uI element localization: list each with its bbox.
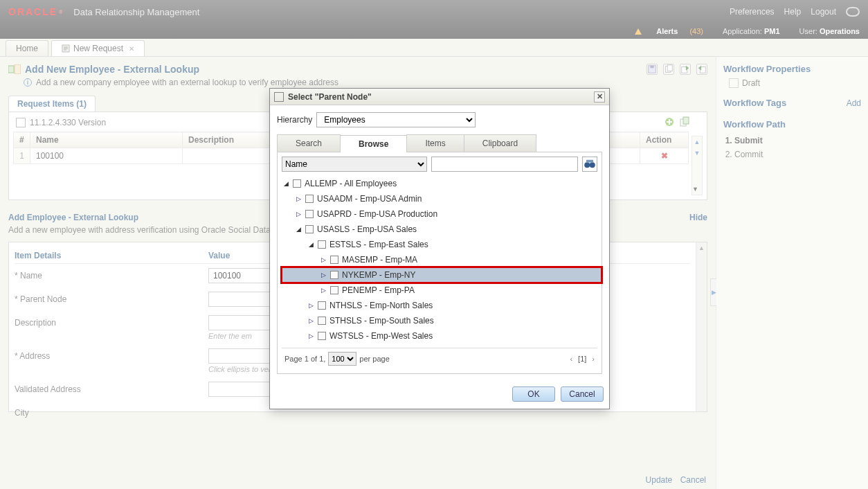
node-label: PENEMP - Emp-PA [342,283,415,297]
hierarchy-label: Hierarchy [277,115,312,125]
expand-icon[interactable]: ▷ [307,332,315,340]
node-label: ESTSLS - Emp-East Sales [329,238,428,251]
pager-size-select[interactable]: 100 [328,352,356,366]
node-label: USASLS - Emp-USA Sales [317,222,417,236]
browse-panel: Name ◢ALLEMP - All Employees▷USAADM - Em… [277,152,602,374]
node-icon [305,210,314,218]
pager: Page 1 of 1, 100 per page ‹ [1] › [282,348,597,369]
node-label: NYKEMP - Emp-NY [342,268,415,282]
expand-icon[interactable]: ▷ [294,195,302,203]
node-icon [305,195,314,203]
dialog-icon [274,92,284,102]
tree-node[interactable]: ▷USAADM - Emp-USA Admin [282,191,597,206]
search-field-select[interactable]: Name [282,157,427,172]
tab-search[interactable]: Search [277,134,341,152]
binoculars-icon[interactable] [582,157,597,172]
tab-clipboard[interactable]: Clipboard [464,134,536,152]
tree-node[interactable]: ▷USAPRD - Emp-USA Production [282,206,597,222]
tree-node[interactable]: ▷MASEMP - Emp-MA [282,252,597,267]
close-dialog-icon[interactable]: ✕ [594,91,605,103]
node-label: USAADM - Emp-USA Admin [317,192,422,206]
dialog-tabs: Search Browse Items Clipboard [277,134,602,152]
tab-browse[interactable]: Browse [340,135,407,152]
tree-node[interactable]: ◢ESTSLS - Emp-East Sales [282,237,597,252]
collapse-icon[interactable]: ◢ [294,225,302,233]
search-input[interactable] [431,157,578,172]
tree-node[interactable]: ▷PENEMP - Emp-PA [282,283,597,298]
node-label: ALLEMP - All Employees [305,177,397,190]
tree-node[interactable]: ◢ALLEMP - All Employees [282,176,597,191]
node-label: MASEMP - Emp-MA [342,253,417,267]
pager-prev-icon[interactable]: ‹ [570,355,572,363]
expand-icon[interactable]: ▷ [319,256,327,264]
expand-icon[interactable]: ▷ [294,210,302,218]
node-icon [318,301,326,310]
node-label: WSTSLS - Emp-West Sales [329,329,433,343]
svg-point-12 [584,162,590,168]
node-label: STHSLS - Emp-South Sales [329,314,434,328]
node-tree: ◢ALLEMP - All Employees▷USAADM - Emp-USA… [282,175,597,345]
node-icon [318,240,326,249]
tree-node[interactable]: ▷STHSLS - Emp-South Sales [282,313,597,328]
expand-icon[interactable]: ▷ [307,317,315,325]
dialog-titlebar[interactable]: Select "Parent Node" ✕ [270,89,609,105]
collapse-icon[interactable]: ◢ [282,179,290,188]
tree-node[interactable]: ◢USASLS - Emp-USA Sales [282,222,597,237]
node-icon [330,286,338,294]
node-icon [330,256,338,264]
tree-node[interactable]: ▷NTHSLS - Emp-North Sales [282,298,597,313]
tree-node[interactable]: ▷NYKEMP - Emp-NY [282,267,602,283]
cancel-button[interactable]: Cancel [561,386,604,402]
tab-items[interactable]: Items [406,134,464,152]
node-icon [318,317,326,325]
node-icon [293,179,301,188]
pager-current: [1] [578,355,586,363]
expand-icon[interactable]: ▷ [319,271,327,279]
node-icon [330,271,338,279]
dialog-title: Select "Parent Node" [288,92,372,102]
node-icon [305,225,314,233]
node-icon [318,332,326,340]
hierarchy-select[interactable]: Employees [316,112,476,127]
node-label: USAPRD - Emp-USA Production [317,207,437,221]
expand-icon[interactable]: ▷ [307,301,315,310]
svg-rect-14 [586,160,593,163]
expand-icon[interactable]: ▷ [319,286,327,294]
select-parent-node-dialog: Select "Parent Node" ✕ Hierarchy Employe… [270,89,609,409]
ok-button[interactable]: OK [512,386,555,402]
pager-page-text: Page 1 of 1, [284,355,325,363]
collapse-icon[interactable]: ◢ [307,240,315,249]
pager-per-page-label: per page [359,355,389,363]
tree-node[interactable]: ▷WSTSLS - Emp-West Sales [282,328,597,344]
node-label: NTHSLS - Emp-North Sales [329,299,433,312]
svg-point-13 [590,162,595,168]
pager-next-icon[interactable]: › [592,355,595,363]
